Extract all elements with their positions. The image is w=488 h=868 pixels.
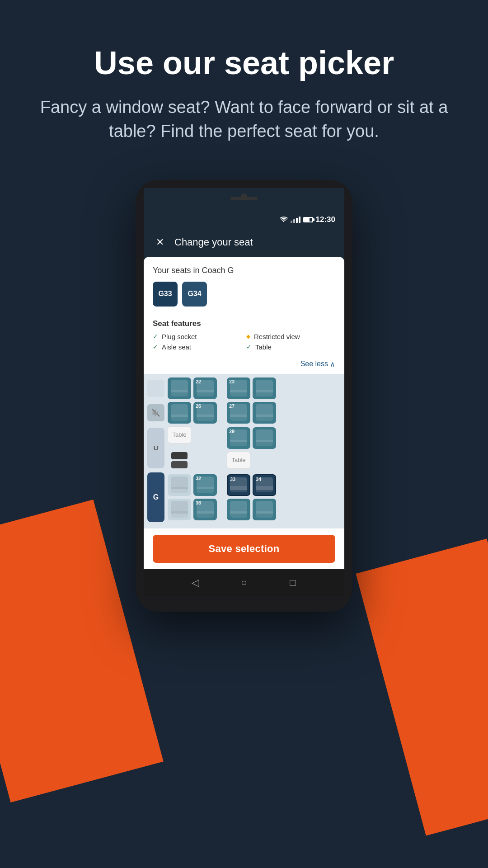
seat-badges: G33 G34 — [153, 282, 335, 307]
mute-icon — [151, 408, 161, 418]
phone-mockup: 12:30 ✕ Change your seat Your seats in C… — [0, 180, 488, 612]
page-title: Use our seat picker — [36, 45, 452, 81]
battery-icon — [303, 217, 313, 222]
feature-restricted-view: ◆ Restricted view — [246, 333, 335, 340]
seat-badge-g33[interactable]: G33 — [153, 282, 178, 307]
seat-map: 22 23 — [144, 374, 344, 528]
seat-empty-g3[interactable] — [168, 499, 191, 520]
phone-bottom-nav: ◁ ○ □ — [144, 569, 344, 596]
feature-label-table: Table — [255, 343, 272, 351]
features-grid: ✓ Plug socket ◆ Restricted view ✓ Aisle … — [153, 333, 335, 351]
back-nav-button[interactable]: ◁ — [186, 574, 204, 592]
phone-notch — [144, 188, 344, 212]
seat-row-26-27: 26 27 — [147, 402, 341, 424]
row-label-g: G — [147, 472, 165, 522]
seats-g-right-bottom — [227, 499, 276, 520]
seats-in-coach-label: Your seats in Coach G — [153, 266, 335, 275]
feature-label-plug: Plug socket — [162, 333, 197, 340]
header-section: Use our seat picker Fancy a window seat?… — [0, 0, 488, 171]
table-label-left: Table — [168, 426, 191, 443]
feature-label-aisle: Aisle seat — [162, 343, 191, 351]
seats-u-left-top: Table — [168, 426, 217, 448]
seats-u-right-bottom: Table — [227, 452, 276, 469]
seats-u-left: Table — [168, 426, 217, 470]
see-less-button[interactable]: See less ∧ — [144, 356, 344, 374]
status-icons: 12:30 — [280, 215, 335, 224]
home-nav-button[interactable]: ○ — [235, 574, 253, 592]
app-header-title: Change your seat — [174, 236, 253, 248]
feature-plug-socket: ✓ Plug socket — [153, 333, 242, 340]
luggage-bottom — [171, 461, 188, 468]
seat-22[interactable]: 22 — [193, 377, 217, 399]
seat-empty-g4[interactable] — [227, 499, 250, 520]
feature-label-restricted: Restricted view — [254, 333, 300, 340]
signal-icon — [291, 217, 300, 223]
seat-26[interactable]: 26 — [193, 402, 217, 424]
seat-badge-g34[interactable]: G34 — [182, 282, 207, 307]
seats-section: Your seats in Coach G G33 G34 — [144, 257, 344, 319]
seat-empty-g5[interactable] — [253, 499, 276, 520]
seats-u-right: 29 Table — [227, 427, 276, 469]
seat-row-22-23: 22 23 — [147, 377, 341, 399]
phone-bottom-bar — [144, 596, 344, 604]
wifi-icon — [280, 217, 288, 223]
seat-empty-b1[interactable] — [253, 377, 276, 399]
check-icon-aisle: ✓ — [153, 343, 158, 350]
seat-features-title: Seat features — [153, 319, 335, 328]
page-subtitle: Fancy a window seat? Want to face forwar… — [36, 95, 452, 143]
content-area: Your seats in Coach G G33 G34 Seat featu… — [144, 257, 344, 569]
save-selection-button[interactable]: Save selection — [153, 535, 335, 563]
seat-empty-a2[interactable] — [168, 402, 191, 424]
seats-u-right-top: 29 — [227, 427, 276, 449]
seats-right-2: 27 — [227, 402, 276, 424]
u-coach-label: U — [147, 428, 164, 468]
check-icon-plug: ✓ — [153, 333, 158, 340]
seat-33-selected[interactable]: 33 — [227, 474, 250, 496]
status-bar: 12:30 — [144, 212, 344, 228]
app-screen: ✕ Change your seat Your seats in Coach G… — [144, 228, 344, 569]
seats-u-left-bottom — [168, 451, 217, 470]
table-label-right: Table — [227, 452, 250, 469]
row-label-box-1 — [147, 380, 164, 397]
chevron-up-icon: ∧ — [330, 360, 335, 368]
luggage-top — [171, 452, 188, 459]
app-header: ✕ Change your seat — [144, 228, 344, 257]
recent-nav-button[interactable]: □ — [284, 574, 302, 592]
check-icon-table: ✓ — [246, 343, 252, 350]
row-label-mute — [147, 404, 165, 421]
feature-table: ✓ Table — [246, 343, 335, 351]
seat-29[interactable]: 29 — [227, 427, 250, 449]
seats-g-left-bottom: 36 — [168, 499, 217, 520]
diamond-icon-restricted: ◆ — [246, 333, 250, 340]
row-label-empty-1 — [147, 380, 165, 397]
seats-g-left-top: 32 — [168, 474, 217, 496]
speaker-icon — [230, 197, 258, 200]
seat-empty-u-r[interactable] — [253, 427, 276, 449]
seat-row-g-32-34: G — [147, 472, 341, 522]
seat-features-section: Seat features ✓ Plug socket ◆ Restricted… — [144, 319, 344, 356]
seat-23[interactable]: 23 — [227, 377, 250, 399]
seats-g-right-top: 33 34 — [227, 474, 276, 496]
row-label-u: U — [147, 428, 165, 468]
save-button-area: Save selection — [144, 528, 344, 569]
seat-32[interactable]: 32 — [193, 474, 217, 496]
g-coach-label: G — [147, 472, 164, 522]
feature-aisle-seat: ✓ Aisle seat — [153, 343, 242, 351]
seat-row-u-29: U Table — [147, 426, 341, 470]
seats-g-right: 33 34 — [227, 474, 276, 520]
see-less-label: See less — [300, 360, 328, 368]
close-button[interactable]: ✕ — [153, 235, 167, 250]
seat-34-selected[interactable]: 34 — [253, 474, 276, 496]
status-time: 12:30 — [316, 215, 335, 224]
seat-empty-a1[interactable] — [168, 377, 191, 399]
seat-empty-b2[interactable] — [253, 402, 276, 424]
seat-27[interactable]: 27 — [227, 402, 250, 424]
seat-36[interactable]: 36 — [193, 499, 217, 520]
seats-left-2: 26 — [168, 402, 217, 424]
seats-left-1: 22 — [168, 377, 217, 399]
seat-map-container: 22 23 — [144, 374, 344, 528]
seat-empty-g1[interactable] — [168, 474, 191, 496]
luggage-rack — [168, 451, 191, 470]
seats-g-left: 32 — [168, 474, 217, 520]
seats-right-1: 23 — [227, 377, 276, 399]
